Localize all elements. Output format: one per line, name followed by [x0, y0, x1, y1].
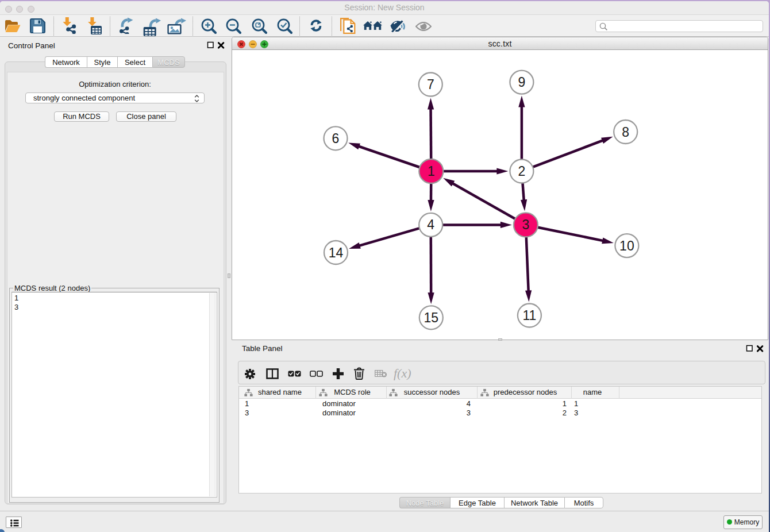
svg-text:3: 3 — [522, 217, 530, 232]
svg-text:6: 6 — [332, 131, 340, 146]
svg-text:15: 15 — [424, 310, 439, 325]
svg-text:1: 1 — [428, 164, 435, 179]
svg-text:2: 2 — [518, 164, 526, 179]
svg-text:4: 4 — [427, 217, 434, 232]
svg-text:10: 10 — [619, 238, 634, 253]
svg-text:9: 9 — [518, 75, 526, 90]
svg-text:7: 7 — [427, 77, 434, 92]
svg-text:11: 11 — [522, 308, 536, 323]
svg-text:14: 14 — [329, 245, 344, 260]
svg-text:8: 8 — [622, 125, 629, 140]
